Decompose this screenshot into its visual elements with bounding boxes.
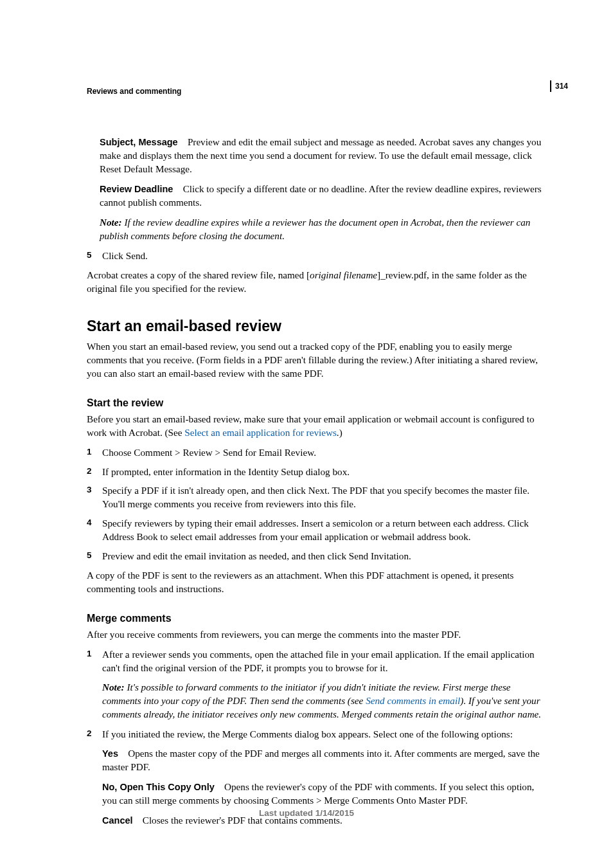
start-step-2: 2 If prompted, enter information in the … [87,466,550,479]
deadline-note: Note: If the review deadline expires whi… [100,216,550,243]
term-yes: Yes [102,748,118,759]
step-5: 5 Click Send. [87,249,550,263]
start-step-1: 1 Choose Comment > Review > Send for Ema… [87,446,550,460]
step-number: 1 [87,648,92,660]
merge-step-1: 1 After a reviewer sends you comments, o… [87,648,550,721]
footer-last-updated: Last updated 1/14/2015 [0,808,613,818]
step-number: 5 [87,550,92,562]
step-text: Specify a PDF if it isn't already open, … [102,485,529,509]
term-subject-message: Subject, Message [100,137,178,147]
merge-intro-para: After you receive comments from reviewer… [87,628,550,642]
heading-start-email-review: Start an email-based review [87,318,550,335]
start-steps: 1 Choose Comment > Review > Send for Ema… [87,446,550,564]
heading-start-the-review: Start the review [87,397,550,409]
heading-merge-comments: Merge comments [87,613,550,624]
step-number: 2 [87,728,92,740]
start-result-para: A copy of the PDF is sent to the reviewe… [87,569,550,596]
step-text: Click Send. [102,250,148,261]
option-yes: Yes Opens the master copy of the PDF and… [102,747,550,774]
step-text: Choose Comment > Review > Send for Email… [102,447,316,458]
step-text: Preview and edit the email invitation as… [102,550,411,561]
step-number: 4 [87,517,92,529]
link-send-comments-email[interactable]: Send comments in email [366,695,460,706]
step-number: 2 [87,466,92,478]
definition-subject-message: Subject, Message Preview and edit the em… [100,136,550,176]
term-review-deadline: Review Deadline [100,184,173,194]
page-number: 314 [550,80,568,92]
note-body: If the review deadline expires while a r… [100,217,530,241]
step-text: Specify reviewers by typing their email … [102,518,529,542]
chapter-title: Reviews and commenting [87,87,550,96]
term-no: No, Open This Copy Only [102,782,215,792]
note-label: Note: [102,682,127,692]
step-text: If you initiated the review, the Merge C… [102,728,513,739]
start-step-3: 3 Specify a PDF if it isn't already open… [87,484,550,511]
after-send-pre: Acrobat creates a copy of the shared rev… [87,269,310,280]
option-no: No, Open This Copy Only Opens the review… [102,781,550,808]
start-para-post: .) [337,427,342,438]
note-label: Note: [100,217,124,228]
after-send-para: Acrobat creates a copy of the shared rev… [87,269,550,296]
link-select-email-app[interactable]: Select an email application for reviews [184,427,337,438]
definition-review-deadline: Review Deadline Click to specify a diffe… [100,183,550,210]
merge-note: Note: It's possible to forward comments … [102,681,550,721]
step-text: If prompted, enter information in the Id… [102,466,350,477]
desc-yes: Opens the master copy of the PDF and mer… [102,748,540,772]
steps-continued: 5 Click Send. [87,249,550,263]
step-number: 5 [87,249,92,262]
start-step-4: 4 Specify reviewers by typing their emai… [87,517,550,544]
merge-steps: 1 After a reviewer sends you comments, o… [87,648,550,827]
step-text: After a reviewer sends you comments, ope… [102,649,535,673]
start-step-5: 5 Preview and edit the email invitation … [87,550,550,563]
continued-block: Subject, Message Preview and edit the em… [87,136,550,243]
after-send-italic: original filename [310,269,377,280]
start-para: Before you start an email-based review, … [87,413,550,440]
step-number: 1 [87,446,92,458]
intro-para: When you start an email-based review, yo… [87,340,550,381]
page: 314 Reviews and commenting Subject, Mess… [0,0,613,868]
step-number: 3 [87,484,92,496]
